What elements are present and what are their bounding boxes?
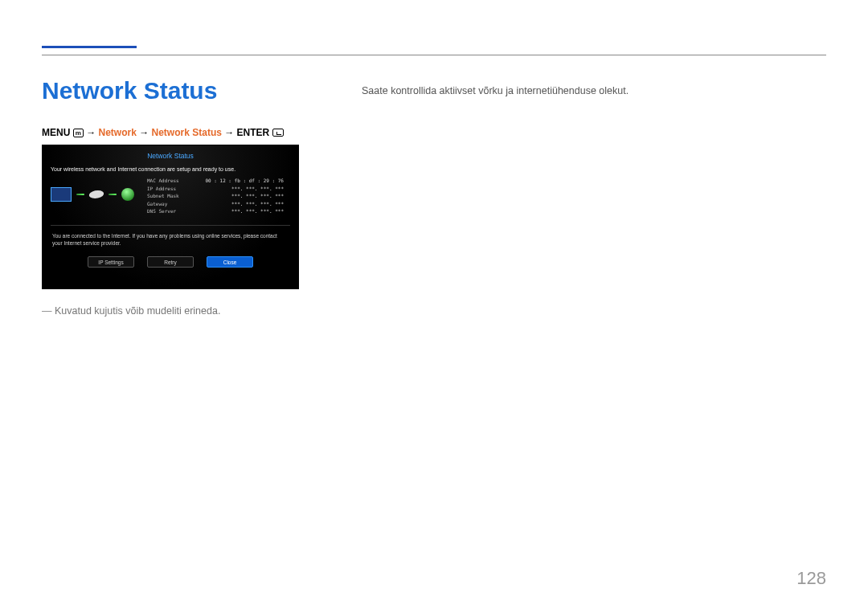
menu-step-status: Network Status — [152, 127, 222, 138]
ip-settings-button[interactable]: IP Settings — [88, 256, 134, 268]
network-details: MAC Address00 : 12 : fb : df : 29 : 76 I… — [147, 177, 284, 215]
connection-diagram — [51, 177, 139, 212]
detail-label: Gateway — [147, 200, 167, 208]
detail-value: 00 : 12 : fb : df : 29 : 76 — [205, 177, 284, 185]
menu-path: MENU m → Network → Network Status → ENTE… — [42, 127, 284, 138]
tv-status-message: Your wireless network and Internet conne… — [43, 163, 298, 175]
detail-row: Gateway***. ***. ***. *** — [147, 200, 284, 208]
page-title: Network Status — [42, 77, 217, 104]
detail-value: ***. ***. ***. *** — [231, 207, 284, 215]
tv-icon — [51, 187, 72, 202]
close-button[interactable]: Close — [207, 256, 253, 268]
menu-step-network: Network — [99, 127, 137, 138]
tv-info-message: You are connected to the Internet. If yo… — [43, 229, 298, 256]
detail-label: IP Address — [147, 185, 176, 193]
detail-label: MAC Address — [147, 177, 179, 185]
detail-label: Subnet Mask — [147, 192, 179, 200]
detail-value: ***. ***. ***. *** — [231, 185, 284, 193]
page-number: 128 — [796, 568, 826, 589]
description-text: Saate kontrollida aktiivset võrku ja int… — [362, 85, 628, 96]
detail-value: ***. ***. ***. *** — [231, 192, 284, 200]
arrow-icon: → — [139, 127, 149, 138]
connection-line-icon — [108, 194, 117, 195]
retry-button[interactable]: Retry — [147, 256, 194, 268]
detail-row: DNS Server***. ***. ***. *** — [147, 207, 284, 215]
arrow-icon: → — [224, 127, 234, 138]
menu-label: MENU — [42, 127, 70, 138]
detail-row: IP Address***. ***. ***. *** — [147, 185, 284, 193]
detail-label: DNS Server — [147, 207, 176, 215]
image-note: Kuvatud kujutis võib mudeliti erineda. — [42, 305, 220, 317]
top-rule — [42, 55, 826, 55]
menu-icon: m — [73, 129, 84, 137]
router-icon — [88, 190, 105, 198]
enter-icon — [272, 129, 284, 137]
tv-button-row: IP Settings Retry Close — [43, 256, 298, 276]
connection-line-icon — [76, 194, 84, 195]
detail-row: Subnet Mask***. ***. ***. *** — [147, 192, 284, 200]
arrow-icon: → — [86, 127, 96, 138]
tv-dialog-title: Network Status — [43, 145, 298, 163]
enter-label: ENTER — [237, 127, 270, 138]
detail-value: ***. ***. ***. *** — [231, 200, 284, 208]
accent-bar — [42, 46, 137, 48]
divider — [51, 225, 290, 226]
detail-row: MAC Address00 : 12 : fb : df : 29 : 76 — [147, 177, 284, 185]
globe-icon — [121, 188, 134, 201]
tv-screenshot: Network Status Your wireless network and… — [42, 145, 299, 289]
